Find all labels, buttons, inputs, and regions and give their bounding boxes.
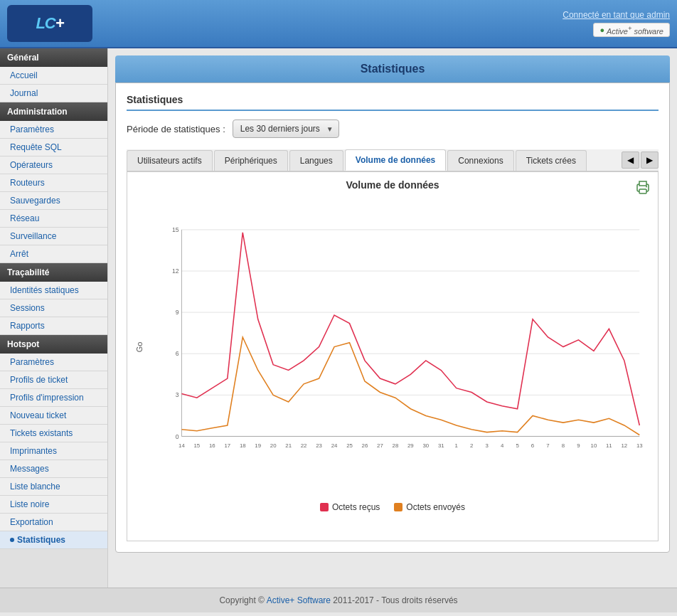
logo: LC+ <box>7 5 92 42</box>
sidebar-item-routeurs[interactable]: Routeurs <box>0 174 107 192</box>
legend-label: Octets reçus <box>332 502 380 512</box>
sidebar-item-arret[interactable]: Arrêt <box>0 245 107 263</box>
sidebar-item-rapports[interactable]: Rapports <box>0 317 107 335</box>
svg-rect-1 <box>639 189 646 193</box>
tab-prev-button[interactable]: ◀ <box>622 152 639 169</box>
sidebar-item-exportation[interactable]: Exportation <box>0 514 107 531</box>
svg-text:2: 2 <box>470 442 473 449</box>
svg-text:7: 7 <box>546 442 549 449</box>
chart-wrapper: Go 0369121514151617181920212223242526272… <box>134 198 651 496</box>
sidebar-item-label: Imprimantes <box>10 446 57 456</box>
svg-text:29: 29 <box>407 442 414 449</box>
tab-utilisateurs-actifs[interactable]: Utilisateurs actifs <box>127 150 213 171</box>
svg-text:16: 16 <box>209 442 215 449</box>
sidebar-item-reseau[interactable]: Réseau <box>0 210 107 228</box>
footer-link[interactable]: Active+ Software <box>267 595 331 605</box>
svg-text:3: 3 <box>485 442 489 449</box>
svg-text:17: 17 <box>224 442 230 449</box>
sidebar-item-label: Journal <box>10 88 38 98</box>
sidebar-item-profils-impression[interactable]: Profils d'impression <box>0 389 107 407</box>
svg-text:18: 18 <box>240 442 246 449</box>
period-select-wrapper[interactable]: Les 7 derniers joursLes 30 derniers jour… <box>233 120 339 138</box>
period-select[interactable]: Les 7 derniers joursLes 30 derniers jour… <box>233 120 339 138</box>
footer: Copyright © Active+ Software 2011-2017 -… <box>0 588 677 612</box>
svg-text:9: 9 <box>577 442 580 449</box>
svg-text:19: 19 <box>255 442 261 449</box>
top-bar: LC+ Connecté en tant que admin ●Active+ … <box>0 0 677 48</box>
sidebar-item-label: Tickets existants <box>10 428 73 438</box>
sidebar-item-tickets-existants[interactable]: Tickets existants <box>0 425 107 442</box>
sidebar-item-label: Sauvegardes <box>10 196 60 206</box>
svg-text:25: 25 <box>346 442 353 449</box>
svg-text:1: 1 <box>455 442 458 449</box>
sidebar-item-accueil[interactable]: Accueil <box>0 67 107 85</box>
page-title: Statistiques <box>361 63 425 75</box>
legend-item: Octets envoyés <box>394 502 465 512</box>
svg-text:4: 4 <box>501 442 504 449</box>
tabs-container: Utilisateurs actifsPériphériquesLanguesV… <box>127 149 659 171</box>
stats-section-title: Statistiques <box>127 94 659 111</box>
connected-label[interactable]: Connecté en tant que admin <box>563 10 670 20</box>
sidebar-item-label: Profils d'impression <box>10 393 84 403</box>
svg-text:12: 12 <box>172 267 179 275</box>
svg-text:5: 5 <box>516 442 519 449</box>
svg-text:30: 30 <box>422 442 429 449</box>
tab-connexions[interactable]: Connexions <box>447 150 513 171</box>
sidebar-item-parametres[interactable]: Paramètres <box>0 121 107 139</box>
svg-rect-2 <box>639 181 646 186</box>
footer-text-2: 2011-2017 - Tous droits réservés <box>333 595 457 605</box>
sidebar-item-sessions[interactable]: Sessions <box>0 299 107 317</box>
y-axis-label: Go <box>135 342 144 353</box>
sidebar-item-nouveau-ticket[interactable]: Nouveau ticket <box>0 407 107 425</box>
content-box: Statistiques Période de statistiques : L… <box>115 83 670 553</box>
chart-legend: Octets reçusOctets envoyés <box>134 502 651 512</box>
svg-text:27: 27 <box>377 442 383 449</box>
svg-text:14: 14 <box>178 442 185 449</box>
svg-text:15: 15 <box>194 442 201 449</box>
sidebar-item-statistiques[interactable]: Statistiques <box>0 531 107 549</box>
svg-text:24: 24 <box>331 442 338 449</box>
sidebar-item-label: Opérateurs <box>10 160 53 170</box>
svg-text:6: 6 <box>531 442 535 449</box>
tab-peripheriques[interactable]: Périphériques <box>214 150 288 171</box>
chart-svg: 0369121514151617181920212223242526272829… <box>159 198 651 482</box>
svg-text:12: 12 <box>621 442 627 449</box>
sidebar-item-imprimantes[interactable]: Imprimantes <box>0 442 107 460</box>
tab-next-button[interactable]: ▶ <box>641 152 659 169</box>
sidebar-item-operateurs[interactable]: Opérateurs <box>0 156 107 174</box>
sidebar-item-label: Sessions <box>10 303 45 313</box>
sidebar-item-requete-sql[interactable]: Requête SQL <box>0 139 107 156</box>
sidebar-section-hotspot: Hotspot <box>0 335 107 354</box>
sidebar-item-label: Requête SQL <box>10 142 62 152</box>
sidebar-item-messages[interactable]: Messages <box>0 460 107 478</box>
sidebar-item-label: Messages <box>10 464 49 474</box>
svg-text:9: 9 <box>176 309 179 316</box>
sidebar-item-liste-blanche[interactable]: Liste blanche <box>0 478 107 496</box>
sidebar-item-liste-noire[interactable]: Liste noire <box>0 496 107 514</box>
sidebar-section-gnral: Général <box>0 48 107 67</box>
sidebar-item-profils-ticket[interactable]: Profils de ticket <box>0 371 107 389</box>
tab-volume-donnees[interactable]: Volume de données <box>345 149 446 171</box>
sidebar-item-label: Routeurs <box>10 178 45 188</box>
print-icon[interactable] <box>635 179 651 197</box>
sidebar-item-label: Réseau <box>10 213 39 223</box>
sidebar-section-traabilit: Traçabilité <box>0 263 107 282</box>
sidebar-item-hotspot-parametres[interactable]: Paramètres <box>0 354 107 371</box>
tab-nav: ◀▶ <box>622 152 659 169</box>
sidebar-item-label: Paramètres <box>10 124 54 134</box>
sidebar-section-administration: Administration <box>0 102 107 121</box>
svg-text:20: 20 <box>270 442 277 449</box>
svg-text:28: 28 <box>393 442 399 449</box>
tab-langues[interactable]: Langues <box>289 150 343 171</box>
legend-item: Octets reçus <box>320 502 380 512</box>
sidebar-item-journal[interactable]: Journal <box>0 85 107 102</box>
svg-text:23: 23 <box>316 442 322 449</box>
tab-tickets-crees[interactable]: Tickets crées <box>516 150 587 171</box>
sidebar-item-label: Statistiques <box>17 535 65 545</box>
sidebar-item-surveillance[interactable]: Surveillance <box>0 228 107 245</box>
svg-text:21: 21 <box>285 442 292 449</box>
sidebar-item-identites-statiques[interactable]: Identités statiques <box>0 282 107 299</box>
svg-text:31: 31 <box>438 442 444 449</box>
svg-text:10: 10 <box>591 442 597 449</box>
sidebar-item-sauvegardes[interactable]: Sauvegardes <box>0 192 107 210</box>
